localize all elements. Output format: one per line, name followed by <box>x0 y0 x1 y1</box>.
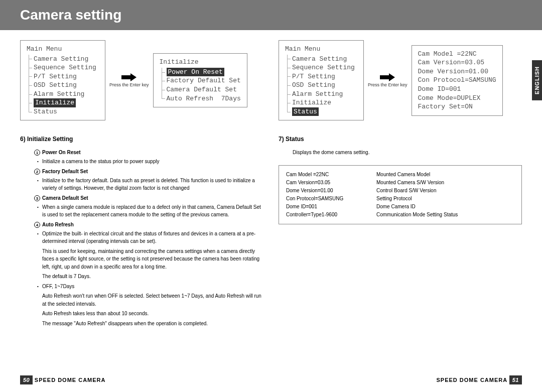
osd-item: Factory Default Set <box>160 76 241 85</box>
page-content: Main Menu Camera Setting Sequence Settin… <box>0 30 542 329</box>
osd-item: Camera Setting <box>27 55 99 64</box>
osd-item: P/T Setting <box>285 72 357 81</box>
table-row: Controller=Type1-9600Communication Mode … <box>286 211 514 219</box>
table-row: Dome ID=001Dome Camera ID <box>286 203 514 211</box>
osd-line: Come Mode=DUPLEX <box>418 94 496 103</box>
svg-marker-0 <box>121 73 137 81</box>
param-desc: Initialize to the factory default. Data … <box>42 177 263 192</box>
footer-right: SPEED DOME CAMERA 51 <box>437 377 522 383</box>
table-row: Cam Version=03.05Mounted Camera S/W Vers… <box>286 179 514 187</box>
osd-item: Initialize <box>285 98 357 107</box>
osd-item: Camera Default Set <box>160 85 241 94</box>
osd-item: Alarm Setting <box>285 90 357 99</box>
osd-status-screen: Cam Model =22NC Cam Version=03.05 Dome V… <box>412 45 503 116</box>
param-title: 3Camera Default Set <box>34 195 263 201</box>
section-title: 6) Initialize Setting <box>20 136 263 143</box>
osd-item: Sequence Setting <box>285 63 357 72</box>
left-column: Main Menu Camera Setting Sequence Settin… <box>20 40 263 329</box>
osd-line: Factory Set=ON <box>418 102 496 111</box>
osd-line: Con Protocol=SAMSUNG <box>418 76 496 85</box>
page-title: Camera setting <box>20 7 121 23</box>
osd-item-selected: Initialize <box>27 98 99 107</box>
status-table: Cam Model =22NCMounted Camera Model Cam … <box>279 165 522 224</box>
svg-marker-1 <box>380 73 395 81</box>
page-number-right: 51 <box>509 375 522 384</box>
param-desc: The message "Auto Refresh" disappears wh… <box>42 320 263 328</box>
param-desc: This is used for keeping, maintaining an… <box>42 247 263 271</box>
osd-item: Status <box>27 107 99 116</box>
osd-line: Dome Version=01.00 <box>418 67 496 76</box>
product-name: SPEED DOME CAMERA <box>35 377 106 383</box>
osd-title: Main Menu <box>27 45 99 54</box>
language-tab: ENGLISH <box>532 60 542 100</box>
osd-item: OSD Setting <box>285 81 357 90</box>
osd-line: Dome ID=001 <box>418 85 496 94</box>
osd-item: Auto Refresh7Days <box>160 94 241 103</box>
param-desc: Auto Refresh takes less than about 10 se… <box>42 310 263 318</box>
osd-main-menu: Main Menu Camera Setting Sequence Settin… <box>279 40 364 120</box>
osd-item: Alarm Setting <box>27 90 99 99</box>
table-row: Con Protocol=SAMSUNGSetting Protocol <box>286 195 514 203</box>
osd-title: Initialize <box>160 58 241 67</box>
param-desc: Auto Refresh won't run when OFF is selec… <box>42 292 263 308</box>
osd-main-menu: Main Menu Camera Setting Sequence Settin… <box>20 40 105 120</box>
footer-left: 50 SPEED DOME CAMERA <box>20 377 106 383</box>
arrow-icon: Press the Enter key <box>368 73 408 88</box>
param-desc: Optimize the built- in electrical circui… <box>42 230 263 245</box>
right-column: Main Menu Camera Setting Sequence Settin… <box>279 40 522 329</box>
osd-item: Sequence Setting <box>27 63 99 72</box>
param-title: 1Power On Reset <box>34 150 263 156</box>
osd-item-selected: Status <box>285 107 357 116</box>
section-desc: Displays the dome camera setting. <box>293 150 522 155</box>
osd-item: Camera Setting <box>285 55 357 64</box>
menu-row-left: Main Menu Camera Setting Sequence Settin… <box>20 40 263 120</box>
param-desc: When a single camera module is replaced … <box>42 203 263 219</box>
menu-row-right: Main Menu Camera Setting Sequence Settin… <box>279 40 522 120</box>
osd-line: Cam Version=03.05 <box>418 58 496 67</box>
page-number-left: 50 <box>20 375 33 384</box>
osd-item: P/T Setting <box>27 72 99 81</box>
product-name: SPEED DOME CAMERA <box>437 377 508 383</box>
table-row: Dome Version=01.00Control Board S/W Vers… <box>286 187 514 195</box>
osd-item: OSD Setting <box>27 81 99 90</box>
table-row: Cam Model =22NCMounted Camera Model <box>286 171 514 179</box>
footer: 50 SPEED DOME CAMERA SPEED DOME CAMERA 5… <box>0 377 542 383</box>
param-title: 4Auto Refresh <box>34 222 263 228</box>
param-desc: OFF, 1~7Days <box>42 283 263 291</box>
page-header: Camera setting <box>0 0 542 30</box>
osd-initialize-menu: Initialize Power On Reset Factory Defaul… <box>153 53 247 107</box>
section-title: 7) Status <box>279 136 522 143</box>
param-desc: Initialize a camera to the status prior … <box>42 158 263 166</box>
osd-title: Main Menu <box>285 45 357 54</box>
param-title: 2Factory Default Set <box>34 169 263 175</box>
param-desc: The default is 7 Days. <box>42 273 263 281</box>
osd-line: Cam Model =22NC <box>418 50 496 59</box>
osd-item-selected: Power On Reset <box>160 68 241 77</box>
arrow-icon: Press the Enter key <box>109 73 149 88</box>
